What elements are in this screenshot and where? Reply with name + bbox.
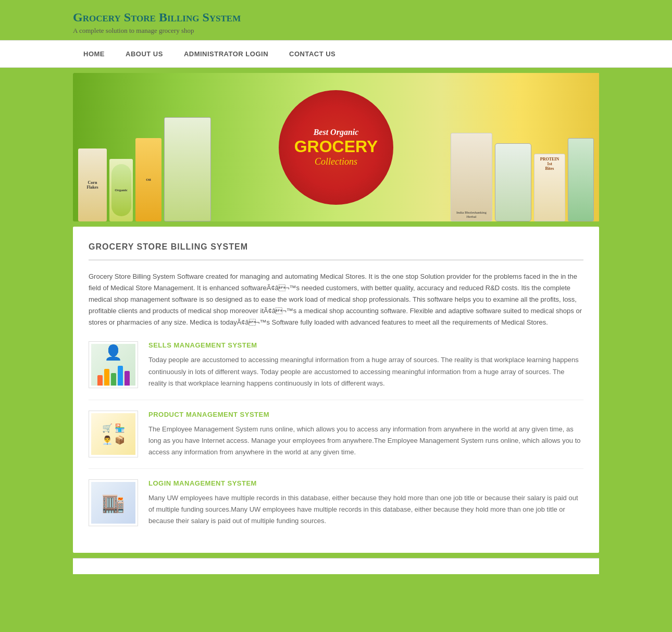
hero-products-left: CornFlakes Organic Oil [78,117,211,221]
feature-content-login: LOGIN MANAGEMENT SYSTEM Many UW employee… [148,479,583,527]
intro-text: Grocery Store Billing System Software cr… [89,271,583,328]
feature-image-product: 🛒 🏪 👨‍💼 📦 [89,411,138,457]
feature-title-sells: SELLS MANAGEMENT SYSTEM [148,341,583,349]
hero-banner: CornFlakes Organic Oil Best Organic GROC… [73,73,599,221]
page-heading: GROCERY STORE BILLING SYSTEM [89,242,583,261]
feature-content-product: PRODUCT MANAGEMENT SYSTEM The Employee M… [148,411,583,458]
feature-content-sells: SELLS MANAGEMENT SYSTEM Today people are… [148,341,583,389]
site-title: Grocery Store Billing System [73,10,241,24]
nav-about[interactable]: ABOUT US [115,41,173,67]
feature-image-sells: 👤 [89,341,138,388]
feature-sells: 👤 SELLS MANAGEMENT SYSTEM Today people a… [89,341,583,400]
hero-circle: Best Organic GROCERY Collections [279,90,393,205]
feature-text-login: Many UW employees have multiple records … [148,492,583,527]
feature-title-login: LOGIN MANAGEMENT SYSTEM [148,479,583,487]
site-title-link[interactable]: Grocery Store Billing System [73,15,241,23]
feature-title-product: PRODUCT MANAGEMENT SYSTEM [148,411,583,418]
feature-image-login: 🏬 [89,479,138,526]
site-footer [73,558,599,574]
hero-products-right: India BholeshankingHerbal PROTEIN1stBite… [451,133,594,221]
nav-admin[interactable]: ADMINISTRATOR LOGIN [173,41,279,67]
main-content: GROCERY STORE BILLING SYSTEM Grocery Sto… [73,227,599,553]
nav-home[interactable]: HOME [73,41,115,67]
feature-login: 🏬 LOGIN MANAGEMENT SYSTEM Many UW employ… [89,479,583,537]
feature-text-product: The Employee Management System runs onli… [148,424,583,458]
feature-product: 🛒 🏪 👨‍💼 📦 PRODUCT MANAGEMENT SYSTEM The … [89,411,583,469]
site-subtitle: A complete solution to manage grocery sh… [73,27,599,35]
nav-contact[interactable]: CONTACT US [279,41,346,67]
feature-text-sells: Today people are accustomed to accessing… [148,354,583,389]
main-navigation: HOME ABOUT US ADMINISTRATOR LOGIN CONTAC… [0,40,672,68]
